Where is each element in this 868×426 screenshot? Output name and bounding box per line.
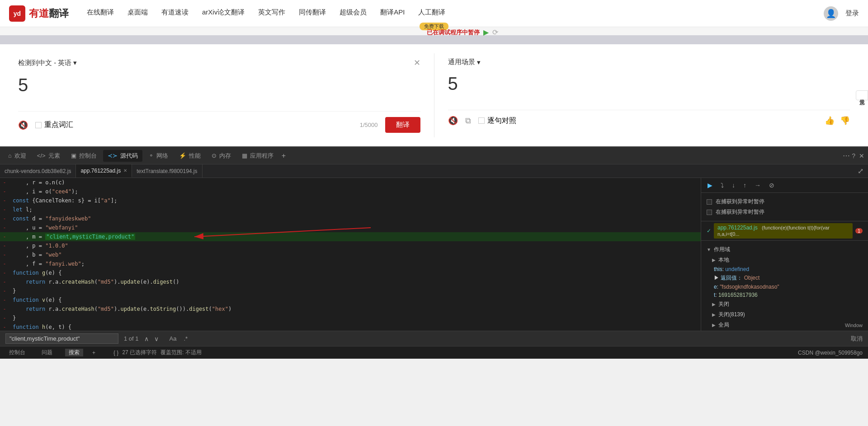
line-indicator: - (0, 259, 9, 268)
pause-checkbox-1[interactable] (707, 199, 712, 205)
sentence-checkbox[interactable] (478, 117, 485, 124)
step-over-button[interactable]: ⤵ (719, 181, 726, 190)
search-next-button[interactable]: ∨ (154, 335, 159, 342)
file-tab-close-icon[interactable]: ✕ (123, 168, 127, 173)
tab-elements[interactable]: </> 元素 (33, 150, 65, 162)
file-tab-app[interactable]: app.761225ad.js ✕ (76, 164, 132, 178)
watermark: CSDN @weixin_509958go (798, 350, 863, 356)
char-count: 1/5000 (360, 122, 378, 128)
closed-scope-label: 关闭 (718, 300, 729, 308)
nav-speed-read[interactable]: 有道速读 (161, 8, 189, 19)
translate-button[interactable]: 翻译 (385, 117, 420, 133)
sentence-checkbox-area[interactable]: 逐句对照 (478, 116, 516, 126)
add-tab-button[interactable]: + (282, 152, 286, 160)
file-expand-button[interactable]: ⤢ (853, 167, 868, 175)
thumbs-up-icon[interactable]: 👍 (825, 116, 835, 126)
nav-human-translate[interactable]: 人工翻译 (418, 8, 445, 19)
line-indicator: - (0, 295, 9, 304)
logo-area[interactable]: yd 有道翻译 (9, 5, 69, 22)
source-audio-icon[interactable]: 🔇 (18, 120, 28, 130)
target-audio-icon[interactable]: 🔇 (448, 116, 458, 126)
search-input[interactable] (5, 333, 118, 344)
closed-count-scope-header[interactable]: ▶ 关闭(8139) (707, 309, 863, 320)
feedback-tab[interactable]: 意见反馈 (856, 90, 868, 100)
nav-online-translate[interactable]: 在线翻译 (87, 8, 114, 19)
pause-checkbox-2[interactable] (707, 210, 712, 215)
performance-icon: ⚡ (179, 152, 186, 159)
code-line: - return r.a.createHash("md5").update(e.… (0, 304, 701, 314)
tab-performance[interactable]: ⚡ 性能 (175, 150, 205, 162)
help-button[interactable]: ? (852, 152, 855, 159)
step-button[interactable]: → (753, 181, 763, 190)
close-devtools-button[interactable]: ✕ (859, 152, 864, 159)
status-tab-problems[interactable]: 问题 (38, 349, 56, 356)
user-avatar[interactable]: 👤 (824, 6, 838, 21)
status-tab-search[interactable]: 搜索 (65, 349, 83, 356)
file-tab-text-translate[interactable]: textTranslate.f9800194.js (132, 164, 202, 178)
global-scope-label: 全局 (718, 321, 729, 329)
scope-header[interactable]: ▼ 作用域 (707, 244, 863, 255)
local-scope-header[interactable]: ▶ 本地 (707, 255, 863, 265)
target-text: 5 (448, 74, 850, 101)
pause-item-2[interactable]: 在捕获到异常时暂停 (707, 207, 863, 217)
nav-api[interactable]: 翻译API (380, 8, 405, 19)
closed-scope-header[interactable]: ▶ 关闭 (707, 299, 863, 309)
nav-english-writing[interactable]: 英文写作 (258, 8, 285, 19)
tab-console[interactable]: ▣ 控制台 (66, 150, 101, 162)
scene-selector[interactable]: 通用场景 ▾ (448, 58, 481, 66)
source-footer: 🔇 重点词汇 1/5000 翻译 (18, 111, 420, 133)
chevron-icon: ▶ (712, 323, 716, 328)
resume-execution-button[interactable]: ▶ (706, 181, 714, 190)
deactivate-breakpoints-button[interactable]: ⊘ (767, 181, 776, 190)
copy-icon[interactable]: ⧉ (465, 116, 471, 126)
vocab-checkbox[interactable] (35, 122, 42, 128)
step-out-button[interactable]: ↑ (741, 181, 748, 190)
tab-sources[interactable]: ≺≻ 源代码 (103, 150, 142, 162)
vocab-checkbox-area[interactable]: 重点词汇 (35, 120, 73, 130)
step-into-button[interactable]: ↓ (730, 181, 737, 190)
nav-desktop[interactable]: 桌面端 (127, 8, 148, 19)
line-indicator: - (0, 214, 9, 223)
checkmark-icon: ✓ (707, 228, 711, 234)
file-tab-chunk-vendors[interactable]: chunk-vendors.0db38e82.js (0, 164, 76, 178)
pause-item-1[interactable]: 在捕获到异常时暂停 (707, 197, 863, 207)
thumbs-down-icon[interactable]: 👎 (840, 116, 850, 126)
tab-memory[interactable]: ⊙ 内存 (207, 150, 236, 162)
source-lang-selector[interactable]: 检测到中文 - 英语 ▾ (18, 59, 77, 67)
nav-simultaneous[interactable]: 同传翻译 (299, 8, 326, 19)
code-panel[interactable]: - , r = o.n(c) - , i = o("cee4"); - cons… (0, 178, 701, 331)
regex-button[interactable]: .* (182, 334, 189, 343)
file-tab-label: chunk-vendors.0db38e82.js (5, 168, 71, 174)
nav-arxiv[interactable]: arXiv论文翻译 (202, 8, 245, 19)
source-text[interactable]: 5 (18, 75, 420, 102)
resume-button[interactable]: ▶ (483, 28, 489, 37)
pause-section: 在捕获到异常时暂停 在捕获到异常时暂停 (701, 193, 868, 221)
file-tab-label: textTranslate.f9800194.js (137, 168, 197, 174)
breakpoint-count: 1 (855, 228, 863, 234)
tab-network[interactable]: ⚬ 网络 (144, 150, 173, 162)
skip-button[interactable]: ⟳ (492, 28, 498, 37)
sources-icon: ≺≻ (108, 152, 118, 159)
closed-count-scope-label: 关闭(8139) (718, 311, 745, 318)
console-icon: ▣ (71, 152, 76, 159)
nav-vip[interactable]: 超级会员 (340, 8, 367, 19)
scope-item-return: ▶ 返回值： Object (707, 273, 863, 283)
login-button[interactable]: 登录 (845, 9, 859, 18)
tab-welcome[interactable]: ⌂ 欢迎 (4, 150, 31, 162)
global-scope-header[interactable]: ▶ 全局 Window (707, 320, 863, 330)
match-case-button[interactable]: Aa (168, 334, 179, 343)
translation-container: 检测到中文 - 英语 ▾ ✕ 5 🔇 重点词汇 1/5000 翻译 (0, 44, 868, 146)
status-tab-console[interactable]: 控制台 (5, 349, 29, 356)
more-tabs-button[interactable]: ⋯ (843, 151, 850, 160)
search-prev-button[interactable]: ∧ (144, 335, 149, 342)
add-panel-button[interactable]: + (92, 350, 95, 356)
code-line: - function h(e, t) { (0, 323, 701, 331)
line-indicator: - (0, 178, 9, 187)
code-line: - let l; (0, 205, 701, 214)
cancel-search-button[interactable]: 取消 (851, 335, 863, 343)
close-source-button[interactable]: ✕ (414, 58, 420, 68)
line-indicator: - (0, 205, 9, 214)
file-ref-area[interactable]: app.761225ad.js (function(e){function t(… (714, 223, 853, 239)
tab-application[interactable]: ▦ 应用程序 (237, 150, 278, 162)
debug-status-bar: 已在调试程序中暂停 ▶ ⟳ (427, 28, 498, 37)
